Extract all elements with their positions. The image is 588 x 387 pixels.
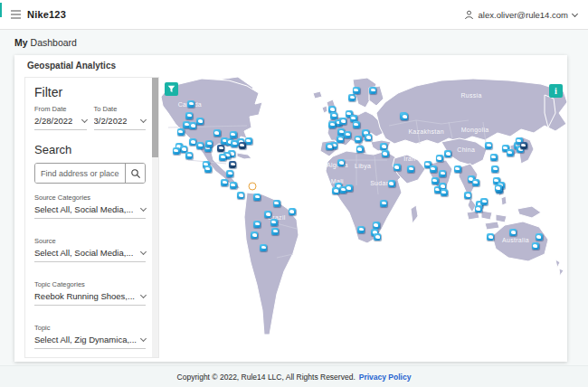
tweet-marker[interactable] [196, 118, 204, 125]
tweet-marker[interactable] [491, 165, 498, 173]
tweet-marker[interactable] [230, 131, 237, 138]
tweet-marker[interactable] [485, 142, 492, 149]
tweet-marker[interactable] [196, 142, 204, 149]
tweet-marker[interactable] [353, 121, 360, 128]
map-filter-button[interactable] [165, 82, 178, 96]
tweet-marker[interactable] [253, 194, 261, 201]
tweet-marker[interactable] [472, 179, 479, 186]
tweet-marker[interactable] [401, 113, 408, 120]
tweet-marker[interactable] [373, 222, 380, 229]
tweet-marker[interactable] [189, 138, 196, 146]
tweet-marker[interactable] [441, 189, 448, 196]
tweet-marker[interactable] [330, 112, 337, 119]
hamburger-menu-icon[interactable] [11, 10, 21, 19]
tweet-marker[interactable] [251, 231, 258, 239]
world-map[interactable]: i CanadaRussiaKazakhstanMongoliaChinaIra… [161, 77, 567, 362]
tweet-marker[interactable] [348, 94, 356, 101]
tweet-marker[interactable] [332, 187, 339, 194]
tweet-cluster-marker[interactable] [229, 161, 236, 168]
tweet-marker[interactable] [356, 146, 364, 153]
tweet-marker[interactable] [344, 131, 351, 138]
chevron-down-icon [140, 292, 147, 298]
source-select[interactable]: Select All, Social Media,... [34, 248, 146, 262]
tweet-marker[interactable] [355, 136, 362, 143]
search-button[interactable] [125, 164, 145, 183]
tweet-marker[interactable] [346, 184, 353, 192]
tweet-marker[interactable] [436, 155, 443, 162]
section-title: Geospatial Analytics [27, 61, 116, 71]
tweet-marker[interactable] [339, 118, 346, 125]
tweet-marker[interactable] [226, 170, 233, 177]
search-input[interactable] [35, 164, 125, 183]
tweet-marker[interactable] [289, 208, 296, 215]
tweet-marker[interactable] [237, 192, 244, 199]
tweet-marker[interactable] [213, 129, 221, 137]
to-date-label: To Date [94, 105, 147, 113]
tweet-marker[interactable] [326, 143, 333, 150]
topic-select[interactable]: Select All, Zig Dynamica,... [34, 335, 146, 349]
tweet-marker[interactable] [204, 165, 212, 173]
from-date-select[interactable]: 2/28/2022 [34, 116, 87, 130]
map-info-button[interactable]: i [549, 84, 563, 98]
tweet-marker[interactable] [394, 164, 401, 171]
tweet-marker[interactable] [382, 150, 389, 157]
tweet-marker[interactable] [439, 170, 446, 177]
tweet-marker[interactable] [480, 198, 488, 205]
tweet-marker[interactable] [177, 128, 185, 136]
tweet-marker[interactable] [187, 100, 194, 108]
tweet-marker[interactable] [273, 200, 280, 207]
tweet-marker[interactable] [490, 154, 498, 161]
tweet-marker[interactable] [337, 136, 344, 143]
tweet-marker[interactable] [230, 182, 237, 189]
privacy-policy-link[interactable]: Privacy Policy [359, 373, 412, 382]
tweet-marker[interactable] [380, 200, 387, 207]
tweet-marker[interactable] [430, 165, 437, 173]
filter-panel-scrollbar[interactable] [152, 78, 158, 357]
highlight-ring-marker[interactable] [249, 183, 257, 191]
tweet-marker[interactable] [380, 143, 387, 150]
tweet-marker[interactable] [365, 134, 372, 141]
tweet-marker[interactable] [270, 219, 278, 226]
tweet-marker[interactable] [185, 112, 193, 119]
to-date-select[interactable]: 3/2/2022 [94, 116, 147, 130]
tweet-marker[interactable] [509, 229, 517, 236]
tweet-marker[interactable] [260, 244, 267, 251]
tweet-marker[interactable] [185, 152, 193, 159]
tweet-marker[interactable] [264, 211, 271, 218]
user-menu[interactable]: alex.oliver@rule14.com [464, 10, 577, 20]
tweet-marker[interactable] [205, 140, 213, 147]
tweet-marker[interactable] [432, 177, 439, 184]
source-categories-select[interactable]: Select All, Social Media,... [34, 204, 146, 219]
tweet-cluster-marker[interactable] [217, 145, 224, 152]
tweet-marker[interactable] [271, 228, 279, 235]
tweet-marker[interactable] [253, 221, 261, 228]
tweet-marker[interactable] [444, 150, 451, 157]
scrollbar-thumb[interactable] [152, 78, 158, 157]
tweet-marker[interactable] [507, 149, 514, 156]
tweet-marker[interactable] [475, 205, 482, 212]
tweet-marker[interactable] [189, 122, 196, 129]
tweet-marker[interactable] [369, 87, 376, 94]
chevron-down-icon [81, 117, 87, 123]
tweet-marker[interactable] [173, 147, 180, 155]
copyright-text: Copyright © 2022, Rule14 LLC, All Rights… [177, 373, 356, 382]
topic-categories-select[interactable]: Reebok Running Shoes,... [34, 291, 146, 306]
tweet-marker[interactable] [454, 165, 461, 173]
tweet-marker[interactable] [536, 233, 543, 241]
tweet-marker[interactable] [407, 165, 414, 173]
tweet-marker[interactable] [221, 179, 228, 186]
filter-panel: Filter From Date 2/28/2022 To Date 3/2/2… [24, 77, 159, 358]
tweet-marker[interactable] [328, 121, 336, 128]
tweet-marker[interactable] [374, 233, 381, 241]
tweet-marker[interactable] [388, 180, 395, 187]
tweet-cluster-marker[interactable] [520, 142, 527, 149]
tweet-marker[interactable] [219, 154, 226, 161]
tweet-cluster-marker[interactable] [239, 142, 246, 149]
tweet-marker[interactable] [532, 242, 539, 250]
tweet-marker[interactable] [337, 159, 345, 166]
tweet-marker[interactable] [464, 192, 471, 199]
tweet-marker[interactable] [353, 87, 360, 94]
tweet-marker[interactable] [495, 184, 502, 192]
tweet-marker[interactable] [487, 233, 494, 241]
tweet-marker[interactable] [357, 226, 365, 233]
